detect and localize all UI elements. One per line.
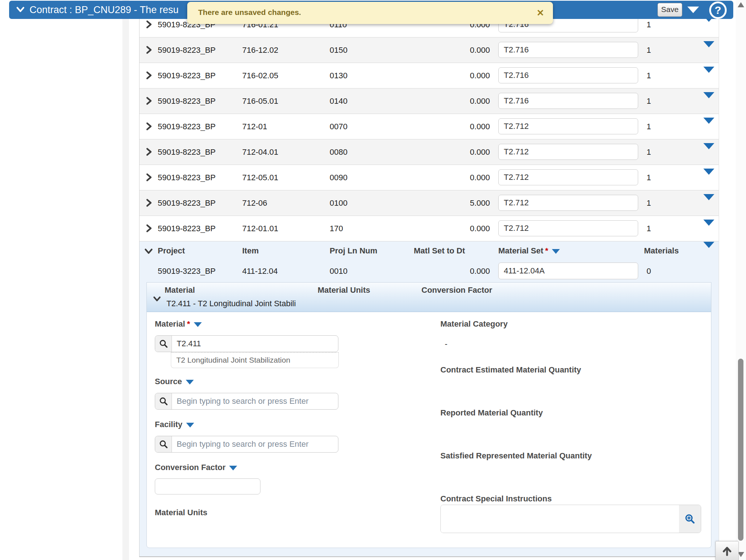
expand-chevron-icon[interactable]: [144, 173, 153, 184]
col-header-material-set: Material Set*: [498, 241, 560, 260]
matl-set-to-dt-cell: 0.000: [394, 260, 490, 282]
project-cell: 59019-8223_BP: [158, 190, 216, 216]
project-cell: 59019-8223_BP: [158, 139, 216, 165]
proj-ln-num-cell: 0140: [330, 88, 348, 114]
table-row: 59019-8223_BP 716-02.05 0130 0.000 1: [140, 63, 719, 88]
required-asterisk: *: [545, 246, 549, 255]
materials-count: 1: [647, 63, 651, 88]
material-set-input[interactable]: [498, 220, 638, 236]
facility-field-caret-icon[interactable]: [186, 423, 194, 427]
material-set-input[interactable]: [498, 42, 638, 58]
expand-chevron-icon[interactable]: [144, 71, 153, 82]
proj-ln-num-cell: 0070: [330, 114, 348, 139]
close-icon[interactable]: ✕: [537, 8, 544, 18]
row-actions-caret-icon[interactable]: [703, 200, 714, 210]
row-actions-caret-icon[interactable]: [703, 47, 714, 57]
source-field-caret-icon[interactable]: [186, 380, 194, 384]
save-button[interactable]: Save: [657, 3, 682, 17]
scroll-to-top-button[interactable]: [715, 541, 739, 560]
project-cell: 59019-8223_BP: [158, 38, 216, 63]
material-set-input[interactable]: [498, 93, 638, 109]
proj-ln-num-cell: 0130: [330, 63, 348, 88]
material-units-label: Material Units: [155, 508, 207, 518]
facility-search-group: [155, 436, 338, 453]
row-actions-caret-icon[interactable]: [703, 226, 714, 235]
contract-materials-screen: 59019-8223_BP 716-01.21 0110 0.000 1 590…: [0, 0, 746, 560]
material-set-input[interactable]: [498, 67, 638, 83]
project-cell: 59019-8223_BP: [158, 114, 216, 139]
source-search-group: [155, 393, 338, 410]
conversion-factor-caret-icon[interactable]: [229, 466, 237, 470]
conversion-factor-input[interactable]: [155, 478, 260, 494]
expand-chevron-icon[interactable]: [144, 20, 153, 31]
project-cell: 59019-8223_BP: [158, 88, 216, 114]
material-set-input[interactable]: [498, 195, 638, 211]
zoom-in-icon[interactable]: [679, 505, 701, 533]
material-category-value: -: [445, 339, 447, 349]
row-actions-caret-icon[interactable]: [703, 149, 714, 159]
item-cell: 411-12.04: [242, 260, 278, 282]
collapse-chevron-icon[interactable]: [144, 246, 153, 258]
material-set-input[interactable]: [498, 263, 638, 279]
col-header-project: Project: [158, 241, 185, 260]
reported-quantity-label: Reported Material Quantity: [440, 408, 543, 418]
expand-chevron-icon[interactable]: [144, 45, 153, 57]
scrollbar-up-arrow-icon[interactable]: [738, 2, 744, 7]
page-title: Contract : BP_CNU289 - The resu: [30, 4, 178, 16]
project-items-table: 59019-8223_BP 716-01.21 0110 0.000 1 590…: [139, 12, 719, 557]
save-menu-caret-icon[interactable]: [687, 7, 699, 13]
facility-search-input[interactable]: [172, 436, 338, 452]
project-cell: 59019-8223_BP: [158, 165, 216, 190]
col-header-matl-set-to-dt: Matl Set to Dt: [414, 241, 465, 260]
special-instructions-group: [440, 505, 701, 533]
help-icon[interactable]: ?: [709, 1, 727, 19]
scrollbar-thumb[interactable]: [738, 359, 743, 541]
row-actions-caret-icon[interactable]: [703, 22, 714, 31]
left-panel-splitter[interactable]: [122, 0, 129, 560]
material-description: T2 Longitudinal Joint Stabilization: [171, 352, 339, 368]
col-header-item: Item: [242, 241, 259, 260]
materials-count: 1: [647, 88, 651, 114]
group-header-row: Project Item Proj Ln Num Matl Set to Dt …: [140, 241, 719, 260]
expand-chevron-icon[interactable]: [144, 224, 153, 235]
banner-message: There are unsaved changes.: [198, 2, 301, 24]
material-set-input[interactable]: [498, 118, 638, 134]
source-search-input[interactable]: [172, 393, 338, 409]
matl-set-to-dt-cell: 0.000: [394, 114, 490, 139]
row-actions-caret-icon[interactable]: [703, 124, 714, 133]
col-header-proj-ln-num: Proj Ln Num: [330, 241, 377, 260]
material-set-caret-icon[interactable]: [552, 249, 560, 254]
matl-set-to-dt-cell: 0.000: [394, 216, 490, 241]
expand-chevron-icon[interactable]: [144, 122, 153, 133]
proj-ln-num-cell: 0080: [330, 139, 348, 165]
group-actions-caret-icon[interactable]: [703, 248, 714, 257]
expand-chevron-icon[interactable]: [144, 96, 153, 108]
item-cell: 716-02.05: [242, 63, 278, 88]
material-set-input[interactable]: [498, 144, 638, 160]
project-cell: 59019-8223_BP: [158, 63, 216, 88]
expand-chevron-icon[interactable]: [144, 147, 153, 159]
materials-count: 0: [647, 260, 651, 282]
project-cell: 59019-8223_BP: [158, 216, 216, 241]
matl-set-to-dt-cell: 0.000: [394, 88, 490, 114]
table-rows: 59019-8223_BP 716-01.21 0110 0.000 1 590…: [140, 12, 719, 241]
materials-count: 1: [647, 38, 651, 63]
material-search-input[interactable]: [172, 336, 338, 352]
vertical-scrollbar[interactable]: [736, 0, 746, 560]
expand-chevron-icon[interactable]: [144, 198, 153, 210]
row-actions-caret-icon[interactable]: [703, 98, 714, 108]
matl-set-to-dt-cell: 5.000: [394, 190, 490, 216]
facility-field-label: Facility: [155, 419, 194, 430]
row-actions-caret-icon[interactable]: [703, 175, 714, 184]
material-field-caret-icon[interactable]: [194, 322, 202, 327]
row-actions-caret-icon[interactable]: [703, 73, 714, 82]
collapse-page-chevron-icon[interactable]: [16, 4, 25, 15]
search-icon: [155, 436, 172, 452]
proj-ln-num-cell: 170: [330, 216, 343, 241]
collapse-material-chevron-icon[interactable]: [153, 294, 161, 305]
material-search-group: [155, 335, 338, 352]
special-instructions-textarea[interactable]: [441, 505, 679, 533]
material-set-input[interactable]: [498, 169, 638, 185]
unsaved-changes-banner: There are unsaved changes. ✕: [187, 2, 553, 24]
item-cell: 716-12.02: [242, 38, 278, 63]
